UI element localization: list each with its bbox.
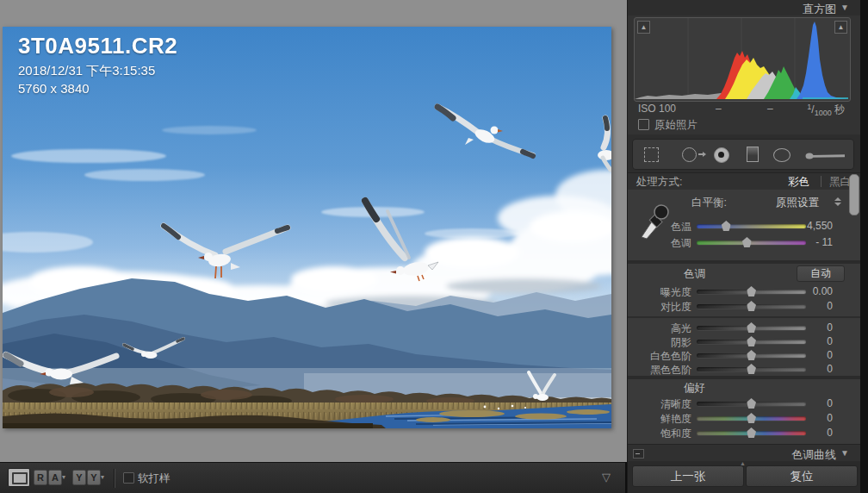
dropdown-arrow-icon[interactable]: ▾ [101,473,104,481]
panel-right-edge [860,0,868,493]
exposure-value[interactable]: 0.00 [788,285,833,297]
shadows-thumb[interactable] [747,336,756,346]
iso-value: ISO 100 [638,103,676,115]
whites-row: 白色色阶 0 [628,348,853,362]
crop-overlay-icon[interactable] [644,147,659,162]
exposure-label: 曝光度 [628,285,691,300]
view-letter: R [34,470,47,485]
vibrance-label: 鲜艳度 [628,412,691,427]
saturation-value[interactable]: 0 [788,427,833,439]
blacks-value[interactable]: 0 [788,363,833,375]
before-after-lr-button[interactable]: R A [34,470,62,485]
presence-header: 偏好 [684,381,705,396]
focal-length-dash: – [716,103,722,115]
triangle-up-icon: ▲ [838,23,845,31]
contrast-thumb[interactable] [747,301,756,311]
shadows-value[interactable]: 0 [788,335,833,347]
vibrance-thumb[interactable] [747,413,756,423]
spot-removal-icon[interactable] [682,147,697,162]
contrast-label: 对比度 [628,300,691,315]
temp-value[interactable]: 4,550 [788,220,833,232]
clarity-label: 清晰度 [628,397,691,412]
original-photo-row: 原始照片 [628,118,853,132]
tone-curve-panel-header[interactable]: 色调曲线 ▼ [628,444,860,462]
blacks-row: 黑色色阶 0 [628,362,853,376]
view-letter: Y [87,470,101,485]
wb-preset-stepper-icon[interactable] [834,197,841,206]
highlights-value[interactable]: 0 [788,321,833,334]
white-balance-section: 白平衡: 原照设置 色温 4,550 色调 - 11 [628,190,860,260]
original-photo-label: 原始照片 [654,118,698,133]
photo-preview[interactable]: 3T0A9511.CR2 2018/12/31 下午3:15:35 5760 x… [3,27,611,428]
temp-slider-row: 色温 4,550 [628,219,853,233]
tool-strip [632,139,854,170]
exif-info-row: ISO 100 – – 1/1000 秒 [628,103,853,115]
vibrance-row: 鲜艳度 0 [628,411,853,425]
clarity-row: 清晰度 0 [628,396,853,410]
shadow-clipping-indicator[interactable]: ▲ [637,21,650,34]
contrast-value[interactable]: 0 [788,300,833,312]
tint-value[interactable]: - 11 [788,236,833,248]
dropdown-arrow-icon[interactable]: ▾ [62,473,65,481]
vibrance-value[interactable]: 0 [788,412,833,424]
tone-divider [628,316,860,318]
whites-thumb[interactable] [747,350,756,360]
histogram-display[interactable]: ▲ ▲ [634,17,851,102]
panel-scrollbar-thumb[interactable] [849,174,859,215]
histogram-chart [635,18,848,99]
original-photo-checkbox[interactable] [638,119,649,130]
aperture-dash: – [767,103,773,115]
collapse-triangle-icon[interactable]: ▼ [840,448,849,458]
soft-proof-checkbox[interactable] [123,472,134,484]
clarity-thumb[interactable] [747,398,756,409]
treatment-bw-option[interactable]: 黑白 [829,175,851,190]
red-eye-correction-icon[interactable] [714,147,729,163]
saturation-row: 饱和度 0 [628,426,853,440]
highlight-clipping-indicator[interactable]: ▲ [834,21,847,34]
blacks-thumb[interactable] [747,364,756,374]
tint-slider-row: 色调 - 11 [628,235,853,249]
shutter-speed: 1/1000 秒 [807,103,845,117]
saturation-thumb[interactable] [747,427,756,438]
soft-proof-label: 软打样 [138,471,170,486]
whites-value[interactable]: 0 [788,349,833,361]
panel-button-row: ▲ 上一张 复位 [628,461,860,493]
tool-strip-row [628,134,860,172]
develop-right-panel: 直方图 ▼ ▲ ▲ ISO 100 – – 1/1000 秒 原始照片 [627,0,868,493]
histogram-panel-header[interactable]: 直方图 ▼ [628,0,860,16]
highlights-row: 高光 0 [628,321,853,334]
spot-removal-arrow-icon [698,153,704,155]
tint-slider-thumb[interactable] [742,237,752,247]
wb-preset-dropdown[interactable]: 原照设置 [776,196,819,210]
contrast-row: 对比度 0 [628,299,853,313]
treatment-label: 处理方式: [636,175,682,190]
before-after-split-button[interactable]: Y Y [72,470,101,485]
photo-dimensions: 5760 x 3840 [18,81,177,97]
highlights-thumb[interactable] [747,322,756,333]
shadows-row: 阴影 0 [628,334,853,348]
graduated-filter-icon[interactable] [747,147,759,162]
tone-section: 色调 自动 曝光度 0.00 对比度 0 高光 0 阴影 0 白色色阶 0 [628,264,860,376]
clarity-value[interactable]: 0 [788,397,833,409]
reset-button[interactable]: 复位 [746,465,858,487]
loupe-view-button[interactable] [8,468,30,487]
tone-header: 色调 [684,267,705,282]
treatment-color-option[interactable]: 彩色 [788,175,809,190]
temp-slider-thumb[interactable] [722,221,731,231]
photo-info-overlay: 3T0A9511.CR2 2018/12/31 下午3:15:35 5760 x… [18,32,177,97]
toolbar-divider [114,469,115,488]
previous-button[interactable]: 上一张 [632,465,744,487]
exposure-thumb[interactable] [747,286,756,296]
collapse-triangle-icon[interactable]: ▼ [840,3,849,12]
canvas-area: 3T0A9511.CR2 2018/12/31 下午3:15:35 5760 x… [0,0,627,462]
adjustment-brush-icon[interactable] [805,152,846,160]
photo-filename: 3T0A9511.CR2 [18,32,177,60]
wb-label: 白平衡: [691,196,727,210]
bottom-toolbar: R A ▾ Y Y ▾ 软打样 ▽ [0,462,625,493]
toolbar-chevron-icon[interactable]: ▽ [602,471,611,484]
temp-label: 色温 [628,220,691,234]
tone-auto-button[interactable]: 自动 [797,265,845,282]
radial-filter-icon[interactable] [773,148,790,162]
treatment-row: 处理方式: 彩色 黑白 [628,172,860,190]
histogram-title: 直方图 [803,2,836,17]
